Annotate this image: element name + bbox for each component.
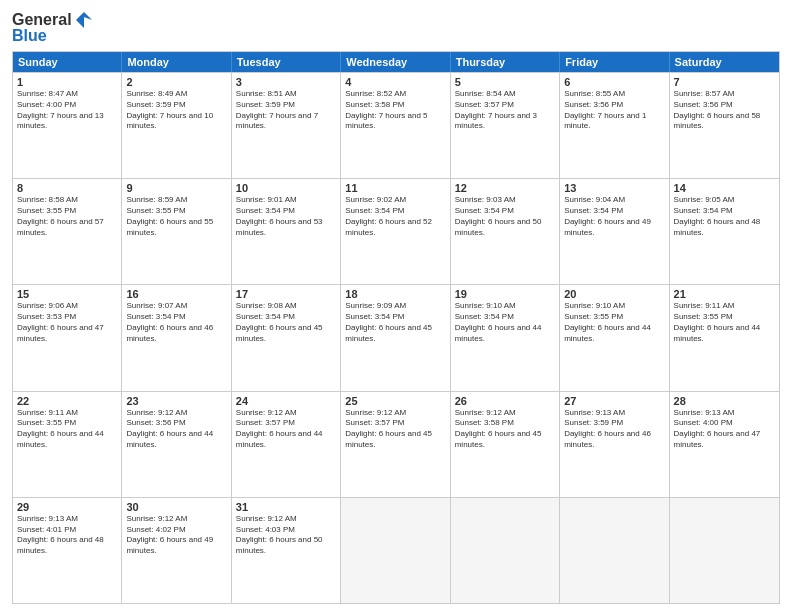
day-number: 21: [674, 288, 775, 300]
day-info: Sunrise: 9:13 AM Sunset: 3:59 PM Dayligh…: [564, 408, 664, 451]
day-number: 12: [455, 182, 555, 194]
day-cell-12: 12Sunrise: 9:03 AM Sunset: 3:54 PM Dayli…: [451, 179, 560, 284]
header-cell-wednesday: Wednesday: [341, 52, 450, 72]
logo-bird-icon: [74, 10, 94, 30]
day-cell-10: 10Sunrise: 9:01 AM Sunset: 3:54 PM Dayli…: [232, 179, 341, 284]
day-cell-1: 1Sunrise: 8:47 AM Sunset: 4:00 PM Daylig…: [13, 73, 122, 178]
day-number: 15: [17, 288, 117, 300]
header-cell-tuesday: Tuesday: [232, 52, 341, 72]
day-cell-13: 13Sunrise: 9:04 AM Sunset: 3:54 PM Dayli…: [560, 179, 669, 284]
header-cell-saturday: Saturday: [670, 52, 779, 72]
day-number: 23: [126, 395, 226, 407]
day-cell-29: 29Sunrise: 9:13 AM Sunset: 4:01 PM Dayli…: [13, 498, 122, 603]
day-cell-4: 4Sunrise: 8:52 AM Sunset: 3:58 PM Daylig…: [341, 73, 450, 178]
day-info: Sunrise: 9:06 AM Sunset: 3:53 PM Dayligh…: [17, 301, 117, 344]
header-cell-thursday: Thursday: [451, 52, 560, 72]
day-number: 18: [345, 288, 445, 300]
day-info: Sunrise: 8:52 AM Sunset: 3:58 PM Dayligh…: [345, 89, 445, 132]
day-number: 27: [564, 395, 664, 407]
day-cell-5: 5Sunrise: 8:54 AM Sunset: 3:57 PM Daylig…: [451, 73, 560, 178]
day-info: Sunrise: 9:13 AM Sunset: 4:00 PM Dayligh…: [674, 408, 775, 451]
day-cell-21: 21Sunrise: 9:11 AM Sunset: 3:55 PM Dayli…: [670, 285, 779, 390]
page: General Blue SundayMondayTuesdayWednesda…: [0, 0, 792, 612]
logo-blue-text: Blue: [12, 27, 47, 45]
day-number: 28: [674, 395, 775, 407]
day-number: 9: [126, 182, 226, 194]
day-number: 25: [345, 395, 445, 407]
day-info: Sunrise: 9:12 AM Sunset: 4:03 PM Dayligh…: [236, 514, 336, 557]
day-number: 7: [674, 76, 775, 88]
calendar-row-5: 29Sunrise: 9:13 AM Sunset: 4:01 PM Dayli…: [13, 497, 779, 603]
day-cell-3: 3Sunrise: 8:51 AM Sunset: 3:59 PM Daylig…: [232, 73, 341, 178]
day-info: Sunrise: 8:57 AM Sunset: 3:56 PM Dayligh…: [674, 89, 775, 132]
header: General Blue: [12, 10, 780, 45]
day-info: Sunrise: 9:02 AM Sunset: 3:54 PM Dayligh…: [345, 195, 445, 238]
day-cell-23: 23Sunrise: 9:12 AM Sunset: 3:56 PM Dayli…: [122, 392, 231, 497]
day-info: Sunrise: 8:47 AM Sunset: 4:00 PM Dayligh…: [17, 89, 117, 132]
day-cell-8: 8Sunrise: 8:58 AM Sunset: 3:55 PM Daylig…: [13, 179, 122, 284]
day-number: 10: [236, 182, 336, 194]
header-cell-sunday: Sunday: [13, 52, 122, 72]
day-number: 29: [17, 501, 117, 513]
day-info: Sunrise: 9:13 AM Sunset: 4:01 PM Dayligh…: [17, 514, 117, 557]
calendar-row-3: 15Sunrise: 9:06 AM Sunset: 3:53 PM Dayli…: [13, 284, 779, 390]
day-info: Sunrise: 8:51 AM Sunset: 3:59 PM Dayligh…: [236, 89, 336, 132]
day-cell-19: 19Sunrise: 9:10 AM Sunset: 3:54 PM Dayli…: [451, 285, 560, 390]
day-info: Sunrise: 8:55 AM Sunset: 3:56 PM Dayligh…: [564, 89, 664, 132]
day-number: 22: [17, 395, 117, 407]
day-number: 4: [345, 76, 445, 88]
empty-cell: [341, 498, 450, 603]
day-info: Sunrise: 9:12 AM Sunset: 3:58 PM Dayligh…: [455, 408, 555, 451]
day-number: 6: [564, 76, 664, 88]
calendar-body: 1Sunrise: 8:47 AM Sunset: 4:00 PM Daylig…: [13, 72, 779, 603]
day-info: Sunrise: 9:08 AM Sunset: 3:54 PM Dayligh…: [236, 301, 336, 344]
day-info: Sunrise: 8:59 AM Sunset: 3:55 PM Dayligh…: [126, 195, 226, 238]
day-info: Sunrise: 9:10 AM Sunset: 3:55 PM Dayligh…: [564, 301, 664, 344]
day-number: 30: [126, 501, 226, 513]
day-cell-24: 24Sunrise: 9:12 AM Sunset: 3:57 PM Dayli…: [232, 392, 341, 497]
day-info: Sunrise: 9:12 AM Sunset: 4:02 PM Dayligh…: [126, 514, 226, 557]
day-cell-22: 22Sunrise: 9:11 AM Sunset: 3:55 PM Dayli…: [13, 392, 122, 497]
day-cell-20: 20Sunrise: 9:10 AM Sunset: 3:55 PM Dayli…: [560, 285, 669, 390]
day-cell-31: 31Sunrise: 9:12 AM Sunset: 4:03 PM Dayli…: [232, 498, 341, 603]
day-number: 13: [564, 182, 664, 194]
day-info: Sunrise: 9:12 AM Sunset: 3:57 PM Dayligh…: [345, 408, 445, 451]
svg-marker-0: [76, 12, 92, 28]
day-info: Sunrise: 8:49 AM Sunset: 3:59 PM Dayligh…: [126, 89, 226, 132]
day-number: 31: [236, 501, 336, 513]
day-cell-25: 25Sunrise: 9:12 AM Sunset: 3:57 PM Dayli…: [341, 392, 450, 497]
calendar-row-2: 8Sunrise: 8:58 AM Sunset: 3:55 PM Daylig…: [13, 178, 779, 284]
empty-cell: [560, 498, 669, 603]
day-number: 5: [455, 76, 555, 88]
day-info: Sunrise: 9:09 AM Sunset: 3:54 PM Dayligh…: [345, 301, 445, 344]
day-number: 1: [17, 76, 117, 88]
day-cell-27: 27Sunrise: 9:13 AM Sunset: 3:59 PM Dayli…: [560, 392, 669, 497]
day-number: 20: [564, 288, 664, 300]
day-cell-14: 14Sunrise: 9:05 AM Sunset: 3:54 PM Dayli…: [670, 179, 779, 284]
day-cell-2: 2Sunrise: 8:49 AM Sunset: 3:59 PM Daylig…: [122, 73, 231, 178]
day-number: 8: [17, 182, 117, 194]
empty-cell: [451, 498, 560, 603]
day-number: 19: [455, 288, 555, 300]
day-number: 26: [455, 395, 555, 407]
header-cell-friday: Friday: [560, 52, 669, 72]
day-info: Sunrise: 9:04 AM Sunset: 3:54 PM Dayligh…: [564, 195, 664, 238]
day-cell-6: 6Sunrise: 8:55 AM Sunset: 3:56 PM Daylig…: [560, 73, 669, 178]
day-cell-15: 15Sunrise: 9:06 AM Sunset: 3:53 PM Dayli…: [13, 285, 122, 390]
logo: General Blue: [12, 10, 96, 45]
day-cell-16: 16Sunrise: 9:07 AM Sunset: 3:54 PM Dayli…: [122, 285, 231, 390]
day-cell-11: 11Sunrise: 9:02 AM Sunset: 3:54 PM Dayli…: [341, 179, 450, 284]
day-cell-7: 7Sunrise: 8:57 AM Sunset: 3:56 PM Daylig…: [670, 73, 779, 178]
day-cell-18: 18Sunrise: 9:09 AM Sunset: 3:54 PM Dayli…: [341, 285, 450, 390]
calendar-row-1: 1Sunrise: 8:47 AM Sunset: 4:00 PM Daylig…: [13, 72, 779, 178]
day-number: 11: [345, 182, 445, 194]
day-number: 17: [236, 288, 336, 300]
day-number: 2: [126, 76, 226, 88]
day-info: Sunrise: 9:05 AM Sunset: 3:54 PM Dayligh…: [674, 195, 775, 238]
day-info: Sunrise: 9:12 AM Sunset: 3:56 PM Dayligh…: [126, 408, 226, 451]
day-number: 14: [674, 182, 775, 194]
empty-cell: [670, 498, 779, 603]
day-info: Sunrise: 9:11 AM Sunset: 3:55 PM Dayligh…: [17, 408, 117, 451]
calendar-row-4: 22Sunrise: 9:11 AM Sunset: 3:55 PM Dayli…: [13, 391, 779, 497]
day-info: Sunrise: 9:10 AM Sunset: 3:54 PM Dayligh…: [455, 301, 555, 344]
